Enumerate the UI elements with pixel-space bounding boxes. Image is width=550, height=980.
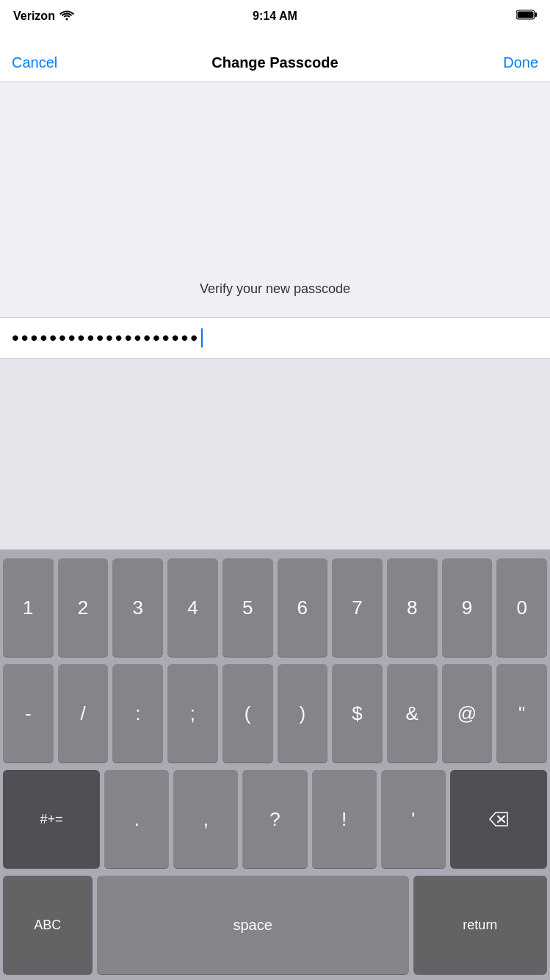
carrier-label: Verizon [13,10,55,23]
key-quote[interactable]: " [496,664,547,763]
key-7[interactable]: 7 [332,558,383,657]
content-area: Verify your new passcode [0,82,550,317]
key-question[interactable]: ? [242,770,307,868]
key-semicolon[interactable]: ; [167,664,218,763]
key-colon[interactable]: : [112,664,163,763]
nav-bar: Cancel Change Passcode Done [0,32,550,82]
verify-label: Verify your new passcode [200,281,350,297]
key-abc[interactable]: ABC [3,876,93,974]
keyboard-row-bottom: ABC space return [3,876,547,974]
key-return[interactable]: return [413,876,547,974]
svg-point-0 [65,18,68,20]
status-bar: Verizon 9:14 AM [0,0,550,32]
status-bar-left: Verizon [13,10,74,24]
key-comma[interactable]: , [173,770,238,868]
key-space[interactable]: space [97,876,409,974]
battery-icon [516,10,537,23]
spacer-area [0,359,550,550]
key-apostrophe[interactable]: ' [381,770,446,868]
key-hashpluseq[interactable]: #+= [3,770,100,868]
passcode-input-row[interactable]: •••••••••••••••••••• [0,317,550,359]
done-button[interactable]: Done [503,54,538,71]
wifi-icon [59,10,74,24]
keyboard-row-numbers: 1 2 3 4 5 6 7 8 9 0 [3,558,547,657]
key-slash[interactable]: / [58,664,109,763]
svg-rect-2 [535,12,538,17]
status-bar-right [516,10,537,23]
key-3[interactable]: 3 [112,558,163,657]
keyboard: 1 2 3 4 5 6 7 8 9 0 - / : ; ( ) $ & @ " … [0,550,550,980]
key-exclamation[interactable]: ! [312,770,377,868]
key-ampersand[interactable]: & [387,664,438,763]
keyboard-row-special: #+= . , ? ! ' [3,770,547,868]
status-bar-time: 9:14 AM [253,10,297,23]
key-4[interactable]: 4 [167,558,218,657]
passcode-dots: •••••••••••••••••••• [12,328,203,348]
key-minus[interactable]: - [3,664,54,763]
key-8[interactable]: 8 [387,558,438,657]
key-6[interactable]: 6 [278,558,328,657]
page-title: Change Passcode [211,54,338,71]
svg-rect-3 [518,12,534,18]
key-2[interactable]: 2 [58,558,109,657]
keyboard-row-symbols: - / : ; ( ) $ & @ " [3,664,547,763]
key-rparen[interactable]: ) [278,664,328,763]
key-period[interactable]: . [104,770,169,868]
key-9[interactable]: 9 [442,558,493,657]
passcode-cursor [201,328,203,347]
key-at[interactable]: @ [442,664,493,763]
key-1[interactable]: 1 [3,558,54,657]
key-5[interactable]: 5 [222,558,273,657]
key-dollar[interactable]: $ [332,664,383,763]
key-0[interactable]: 0 [496,558,547,657]
key-lparen[interactable]: ( [222,664,273,763]
cancel-button[interactable]: Cancel [12,54,57,71]
backspace-key[interactable] [450,770,547,868]
